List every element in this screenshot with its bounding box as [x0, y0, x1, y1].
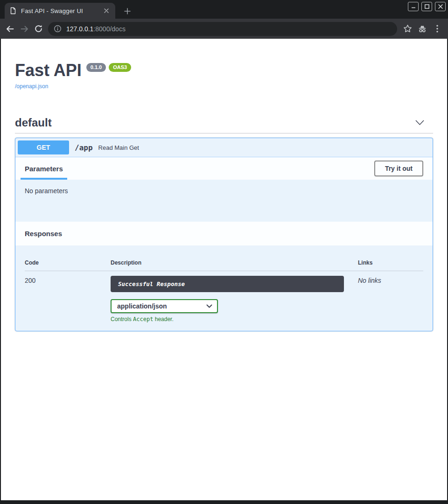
openapi-spec-link[interactable]: /openapi.json: [15, 83, 48, 90]
no-parameters-text: No parameters: [25, 187, 68, 195]
tag-section-header[interactable]: default: [15, 116, 433, 133]
page-favicon-icon: [9, 7, 17, 14]
method-badge: GET: [18, 140, 69, 154]
url-host: 127.0.0.1: [66, 25, 93, 33]
tab-close-icon[interactable]: [102, 7, 111, 15]
parameters-header: Parameters Try it out: [15, 157, 433, 180]
browser-tab[interactable]: Fast API - Swagger UI: [5, 3, 115, 19]
responses-header: Responses: [15, 222, 433, 245]
new-tab-button[interactable]: [122, 6, 133, 16]
api-title-text: Fast API: [15, 61, 82, 80]
forward-button[interactable]: [17, 22, 31, 36]
column-header-description: Description: [111, 259, 358, 266]
browser-toolbar: 127.0.0.1:8000/docs: [0, 19, 448, 39]
media-type-select[interactable]: application/json: [111, 299, 218, 313]
table-row: 200 Successful Response application/json…: [25, 276, 423, 322]
opblock-get-app: GET /app Read Main Get Parameters Try it…: [15, 138, 433, 331]
url-bar[interactable]: 127.0.0.1:8000/docs: [48, 22, 397, 36]
accept-hint-prefix: Controls: [111, 316, 133, 322]
responses-table-header: Code Description Links: [25, 259, 423, 271]
response-description-box: Successful Response: [111, 276, 344, 292]
response-code: 200: [25, 276, 111, 322]
reload-button[interactable]: [31, 22, 45, 36]
column-header-code: Code: [25, 259, 111, 266]
accept-hint-suffix: header.: [153, 316, 173, 322]
responses-table: Code Description Links 200 Successful Re…: [15, 245, 433, 331]
url-path: :8000/docs: [93, 25, 126, 33]
minimize-button[interactable]: [408, 2, 419, 11]
tab-title: Fast API - Swagger UI: [21, 7, 102, 14]
accept-hint-code: Accept: [133, 316, 153, 322]
titlebar: Fast API - Swagger UI: [0, 0, 448, 19]
api-info: Fast API0.1.0OAS3 /openapi.json: [15, 39, 433, 90]
chevron-down-icon[interactable]: [415, 119, 425, 126]
operation-description: Read Main Get: [98, 144, 139, 151]
parameters-body: No parameters: [15, 180, 433, 222]
accept-header-hint: Controls Accept header.: [111, 316, 358, 322]
responses-heading: Responses: [25, 230, 62, 238]
tab-parameters[interactable]: Parameters: [21, 157, 67, 180]
window-controls: [408, 2, 446, 11]
incognito-icon: [415, 22, 430, 36]
try-it-out-button[interactable]: Try it out: [374, 161, 423, 176]
back-button[interactable]: [3, 22, 17, 36]
version-badge: 0.1.0: [86, 63, 106, 72]
operation-path: /app: [75, 143, 93, 152]
tag-name: default: [15, 116, 52, 129]
url-text: 127.0.0.1:8000/docs: [66, 25, 126, 33]
bookmark-star-icon[interactable]: [400, 22, 415, 36]
oas3-badge: OAS3: [109, 63, 131, 72]
operation-summary[interactable]: GET /app Read Main Get: [15, 138, 433, 157]
select-chevron-down-icon: [206, 304, 212, 308]
site-info-icon[interactable]: [54, 25, 62, 33]
media-type-value: application/json: [117, 302, 167, 310]
swagger-page: Fast API0.1.0OAS3 /openapi.json default …: [1, 39, 447, 500]
menu-dots-icon[interactable]: [430, 22, 445, 36]
response-links: No links: [358, 276, 423, 322]
response-description-cell: Successful Response application/json Con…: [111, 276, 358, 322]
close-button[interactable]: [435, 2, 446, 11]
column-header-links: Links: [358, 259, 423, 266]
maximize-button[interactable]: [421, 2, 432, 11]
page-title: Fast API0.1.0OAS3: [15, 61, 433, 80]
